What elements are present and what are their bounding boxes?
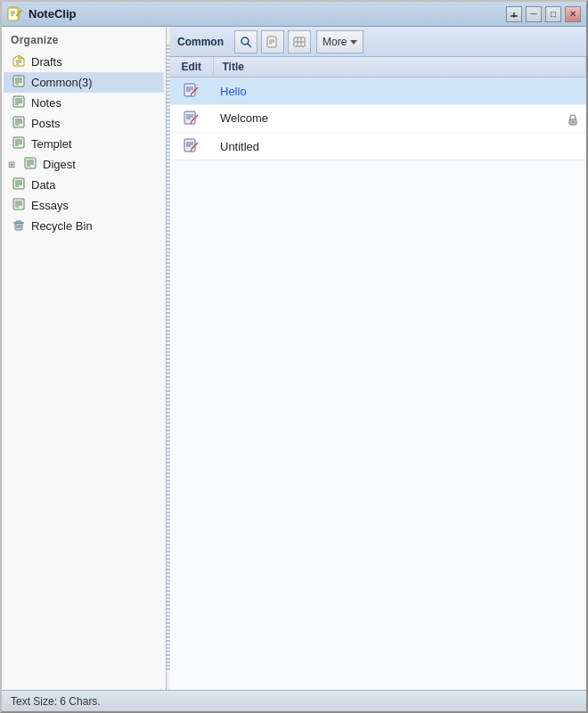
common-icon xyxy=(11,74,27,91)
note-edit-cell[interactable] xyxy=(170,133,213,160)
essays-icon xyxy=(11,197,27,214)
svg-rect-19 xyxy=(13,96,24,107)
svg-rect-24 xyxy=(13,117,24,127)
window-controls: ─ □ ✕ xyxy=(506,6,581,22)
note-edit-cell[interactable] xyxy=(170,78,213,105)
table-header-row: Edit Title xyxy=(170,57,586,78)
sidebar-item-label-notes: Notes xyxy=(31,96,61,110)
notes-table: Edit Title Hello xyxy=(170,57,586,160)
table-row[interactable]: Untitled xyxy=(170,133,586,160)
status-text: Text Size: 6 Chars. xyxy=(11,695,101,708)
minimize-button[interactable]: ─ xyxy=(526,6,542,22)
sidebar-item-essays[interactable]: Essays xyxy=(4,195,164,216)
col-header-title: Title xyxy=(213,57,586,78)
svg-rect-14 xyxy=(13,76,24,86)
notes-table-container: Edit Title Hello xyxy=(170,57,586,690)
svg-rect-72 xyxy=(184,111,195,124)
note-title-cell[interactable]: Hello xyxy=(213,78,586,105)
settings-button[interactable] xyxy=(288,30,311,53)
sidebar-item-posts[interactable]: Posts xyxy=(4,113,164,134)
digest-icon xyxy=(22,156,38,173)
window-title: NoteClip xyxy=(29,7,506,20)
note-title-cell[interactable]: Welcome xyxy=(213,105,586,133)
content-toolbar: Common xyxy=(170,27,586,57)
sidebar-item-label-posts: Posts xyxy=(31,117,61,130)
sidebar-item-templet[interactable]: Templet xyxy=(4,134,164,154)
note-title-link[interactable]: Hello xyxy=(220,85,247,98)
sidebar-item-recycle[interactable]: Recycle Bin xyxy=(4,216,164,236)
drafts-icon xyxy=(11,53,27,70)
svg-point-55 xyxy=(241,37,249,45)
lock-icon xyxy=(567,111,579,126)
svg-rect-1 xyxy=(8,8,18,20)
search-button[interactable] xyxy=(234,30,257,53)
edit-icon xyxy=(177,137,206,155)
data-icon xyxy=(11,176,27,193)
svg-rect-29 xyxy=(13,137,24,148)
window-menu-btn[interactable] xyxy=(506,6,522,22)
sidebar-item-label-essays: Essays xyxy=(31,199,69,212)
sidebar: Organize Drafts xyxy=(2,27,167,690)
maximize-button[interactable]: □ xyxy=(545,6,561,22)
posts-icon xyxy=(11,115,27,132)
edit-icon xyxy=(177,110,206,127)
svg-rect-34 xyxy=(25,158,36,168)
app-icon xyxy=(7,6,23,22)
statusbar: Text Size: 6 Chars. xyxy=(2,690,586,711)
main-window: NoteClip ─ □ ✕ Organize xyxy=(0,0,588,713)
new-note-button[interactable] xyxy=(261,30,284,53)
svg-rect-80 xyxy=(184,139,195,152)
sidebar-item-label-drafts: Drafts xyxy=(31,55,62,69)
svg-line-56 xyxy=(248,44,251,47)
templet-icon xyxy=(11,135,27,152)
content-panel: Common xyxy=(170,27,586,690)
note-title-cell[interactable]: Untitled xyxy=(213,133,586,160)
table-row[interactable]: Hello xyxy=(170,78,586,105)
sidebar-item-label-recycle: Recycle Bin xyxy=(31,219,93,233)
svg-marker-65 xyxy=(350,40,357,45)
more-button[interactable]: More xyxy=(316,30,363,53)
col-header-edit: Edit xyxy=(170,57,213,78)
sidebar-item-digest[interactable]: ⊞ Digest xyxy=(4,154,164,175)
note-title-link[interactable]: Welcome xyxy=(220,111,268,125)
svg-rect-39 xyxy=(13,178,24,189)
sidebar-header: Organize xyxy=(4,32,164,52)
expand-icon-digest: ⊞ xyxy=(5,160,18,169)
recycle-icon xyxy=(11,217,27,234)
sidebar-item-label-templet: Templet xyxy=(31,137,72,151)
more-label: More xyxy=(323,36,347,48)
svg-rect-66 xyxy=(184,84,195,96)
note-edit-cell[interactable] xyxy=(170,105,213,133)
sidebar-item-label-common: Common(3) xyxy=(31,76,93,89)
svg-marker-10 xyxy=(19,55,24,59)
titlebar: NoteClip ─ □ ✕ xyxy=(2,2,586,27)
sidebar-item-common[interactable]: Common(3) xyxy=(4,72,164,93)
content-header: Common xyxy=(177,36,224,48)
sidebar-item-notes[interactable]: Notes xyxy=(4,93,164,113)
svg-point-79 xyxy=(572,121,574,123)
sidebar-item-data[interactable]: Data xyxy=(4,175,164,195)
svg-rect-44 xyxy=(13,199,24,209)
notes-icon xyxy=(11,94,27,111)
sidebar-item-label-digest: Digest xyxy=(43,158,76,171)
svg-rect-51 xyxy=(16,221,21,223)
note-title-link[interactable]: Untitled xyxy=(220,140,259,153)
close-button[interactable]: ✕ xyxy=(565,6,581,22)
sidebar-item-label-data: Data xyxy=(31,178,55,192)
sidebar-item-drafts[interactable]: Drafts xyxy=(4,52,164,72)
edit-icon xyxy=(177,82,206,100)
main-content: Organize Drafts xyxy=(2,27,586,690)
table-row[interactable]: Welcome xyxy=(170,105,586,133)
